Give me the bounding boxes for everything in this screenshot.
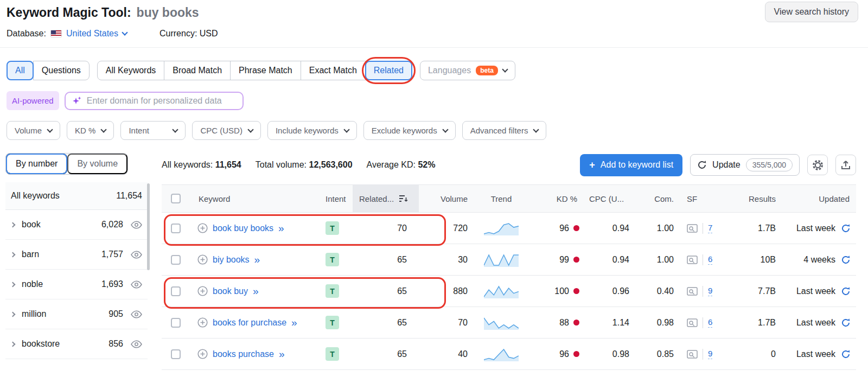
group-label: bookstore bbox=[22, 339, 60, 349]
tab-all-keywords[interactable]: All Keywords bbox=[97, 61, 164, 80]
group-label: barn bbox=[22, 250, 39, 259]
export-button[interactable] bbox=[835, 155, 856, 175]
sf-count[interactable]: 9 bbox=[708, 349, 712, 359]
domain-input[interactable] bbox=[87, 96, 236, 106]
header-volume[interactable]: Volume bbox=[419, 194, 475, 203]
header-sf[interactable]: SF bbox=[681, 194, 723, 203]
row-checkbox[interactable] bbox=[171, 224, 181, 233]
row-checkbox[interactable] bbox=[171, 255, 181, 265]
intent-badge[interactable]: T bbox=[326, 316, 339, 329]
header-intent[interactable]: Intent bbox=[321, 194, 353, 203]
tab-phrase-match[interactable]: Phrase Match bbox=[230, 61, 301, 80]
header-updated[interactable]: Updated bbox=[783, 194, 854, 203]
eye-icon[interactable] bbox=[131, 221, 142, 229]
group-item-barn[interactable]: barn 1,757 bbox=[5, 240, 148, 270]
sort-by-number-tab[interactable]: By number bbox=[6, 154, 67, 174]
group-item-book[interactable]: book 6,028 bbox=[5, 210, 148, 240]
keyword-link[interactable]: books for purchase bbox=[213, 318, 286, 328]
add-keyword-icon[interactable] bbox=[197, 349, 208, 359]
group-item-million[interactable]: million 905 bbox=[5, 299, 148, 329]
cpc-value: 0.98 bbox=[585, 349, 637, 359]
keyword-link[interactable]: books purchase bbox=[213, 349, 274, 359]
sort-by-volume-tab[interactable]: By volume bbox=[67, 154, 127, 174]
open-keyword-icon[interactable]: » bbox=[278, 223, 284, 233]
languages-dropdown[interactable]: Languages beta bbox=[420, 61, 515, 80]
database-label: Database: bbox=[7, 29, 46, 39]
tab-related[interactable]: Related bbox=[365, 61, 412, 80]
filter-include-keywords[interactable]: Include keywords bbox=[267, 121, 357, 140]
eye-icon[interactable] bbox=[131, 340, 142, 348]
eye-icon[interactable] bbox=[131, 251, 142, 259]
header-keyword[interactable]: Keyword bbox=[190, 194, 321, 203]
expand-chevron-icon[interactable] bbox=[10, 222, 16, 227]
all-keywords-group[interactable]: All keywords 11,654 bbox=[5, 182, 148, 210]
header-cpc[interactable]: CPC (U... bbox=[585, 194, 637, 203]
keyword-link[interactable]: biy books bbox=[213, 255, 250, 265]
tab-questions[interactable]: Questions bbox=[33, 61, 90, 80]
keyword-link[interactable]: book buy bbox=[213, 286, 248, 296]
row-checkbox[interactable] bbox=[171, 349, 181, 359]
intent-badge[interactable]: T bbox=[326, 347, 339, 361]
filter-intent[interactable]: Intent bbox=[120, 121, 186, 140]
refresh-icon[interactable] bbox=[841, 349, 851, 359]
view-search-history-button[interactable]: View search history bbox=[765, 2, 858, 22]
database-value: United States bbox=[66, 29, 118, 39]
filter-kd[interactable]: KD % bbox=[67, 121, 114, 140]
title-row: Keyword Magic Tool: buy books bbox=[7, 5, 859, 20]
stat-label: Average KD: bbox=[367, 160, 416, 169]
add-keyword-icon[interactable] bbox=[197, 286, 208, 296]
refresh-icon[interactable] bbox=[841, 318, 851, 328]
settings-button[interactable] bbox=[807, 155, 828, 175]
refresh-icon bbox=[697, 160, 707, 170]
expand-chevron-icon[interactable] bbox=[10, 341, 16, 347]
filter-volume[interactable]: Volume bbox=[7, 121, 60, 140]
filter-advanced[interactable]: Advanced filters bbox=[462, 121, 547, 140]
open-keyword-icon[interactable]: » bbox=[291, 317, 297, 328]
intent-badge[interactable]: T bbox=[326, 253, 339, 266]
filter-cpc[interactable]: CPC (USD) bbox=[192, 121, 261, 140]
intent-badge[interactable]: T bbox=[326, 221, 339, 235]
header-kd[interactable]: KD % bbox=[527, 194, 585, 203]
all-keywords-label: All keywords bbox=[11, 191, 60, 201]
sidebar-scrollbar[interactable] bbox=[147, 183, 150, 270]
group-label: book bbox=[22, 220, 41, 229]
row-checkbox[interactable] bbox=[171, 318, 181, 328]
sf-count[interactable]: 9 bbox=[708, 286, 712, 296]
header-related[interactable]: Related... bbox=[353, 185, 419, 212]
open-keyword-icon[interactable]: » bbox=[254, 254, 260, 265]
eye-icon[interactable] bbox=[131, 310, 142, 318]
database-selector[interactable]: United States bbox=[66, 29, 127, 39]
add-keyword-icon[interactable] bbox=[197, 254, 208, 265]
row-checkbox[interactable] bbox=[171, 286, 181, 296]
add-keyword-icon[interactable] bbox=[197, 317, 208, 328]
expand-chevron-icon[interactable] bbox=[10, 311, 16, 317]
group-item-bookstore[interactable]: bookstore 856 bbox=[5, 329, 148, 359]
serp-feature-icon bbox=[687, 350, 698, 359]
sf-count[interactable]: 7 bbox=[708, 223, 712, 233]
add-to-keyword-list-button[interactable]: + Add to keyword list bbox=[580, 154, 682, 176]
keyword-link[interactable]: book buy books bbox=[213, 224, 273, 233]
eye-icon[interactable] bbox=[131, 280, 142, 289]
filter-exclude-keywords[interactable]: Exclude keywords bbox=[363, 121, 456, 140]
expand-chevron-icon[interactable] bbox=[10, 282, 16, 287]
intent-badge[interactable]: T bbox=[326, 284, 339, 298]
tab-exact-match[interactable]: Exact Match bbox=[301, 61, 366, 80]
header-results[interactable]: Results bbox=[723, 194, 783, 203]
header-com[interactable]: Com. bbox=[637, 194, 681, 203]
expand-chevron-icon[interactable] bbox=[10, 252, 16, 257]
open-keyword-icon[interactable]: » bbox=[253, 286, 259, 296]
update-button[interactable]: Update 355/5,000 bbox=[690, 154, 800, 176]
sf-count[interactable]: 6 bbox=[708, 317, 712, 328]
tab-broad-match[interactable]: Broad Match bbox=[164, 61, 231, 80]
tab-all[interactable]: All bbox=[7, 61, 34, 80]
select-all-checkbox[interactable] bbox=[171, 194, 181, 203]
add-keyword-icon[interactable] bbox=[197, 223, 208, 233]
refresh-icon[interactable] bbox=[841, 224, 851, 233]
refresh-icon[interactable] bbox=[841, 255, 851, 265]
sf-count[interactable]: 6 bbox=[708, 254, 712, 265]
volume-value: 40 bbox=[419, 349, 475, 359]
group-item-noble[interactable]: noble 1,693 bbox=[5, 270, 148, 299]
table-row: biy books » T 65 30 99 0.94 1.00 6 10B 4… bbox=[162, 244, 856, 276]
open-keyword-icon[interactable]: » bbox=[279, 349, 285, 359]
refresh-icon[interactable] bbox=[841, 286, 851, 296]
